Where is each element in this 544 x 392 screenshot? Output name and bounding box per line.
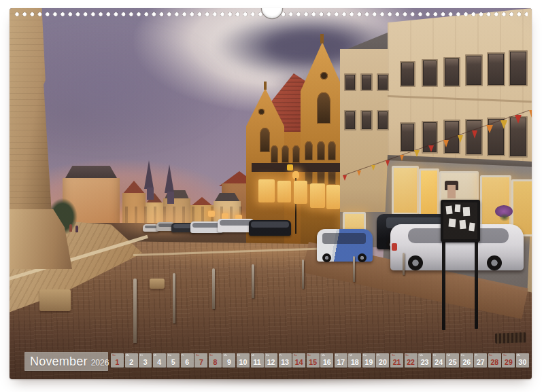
- day-cell: Mo9: [222, 353, 235, 368]
- pennant-flag: [515, 115, 522, 124]
- weekday-label: Di: [335, 354, 338, 357]
- day-cell: Fr27: [474, 353, 487, 368]
- year-label: 2026: [91, 356, 109, 368]
- day-number: 3: [139, 358, 152, 366]
- pennant-flag: [500, 120, 507, 129]
- bollard: [133, 279, 137, 343]
- weekday-label: Di: [237, 354, 240, 357]
- weekday-label: So: [503, 354, 507, 357]
- month-box: November 2026: [24, 352, 108, 371]
- weekday-label: Do: [266, 354, 269, 357]
- bollard: [212, 268, 215, 309]
- weekday-label: Fr: [182, 354, 184, 357]
- weekday-label: Fr: [377, 354, 380, 357]
- day-number: 17: [335, 358, 347, 366]
- bollard-row: [10, 8, 532, 379]
- day-cell: Sa21: [390, 353, 403, 368]
- day-number: 15: [307, 358, 320, 366]
- day-number: 11: [251, 358, 264, 366]
- pennant-flag: [386, 160, 390, 166]
- day-cell: Mo16: [320, 353, 333, 368]
- weekday-label: Mi: [350, 354, 352, 357]
- day-cell: Di3: [139, 353, 152, 368]
- day-cell: So29: [502, 353, 515, 368]
- day-cell: Fr6: [181, 353, 194, 368]
- weekday-label: Sa: [392, 354, 395, 357]
- day-cell: Mo23: [418, 353, 431, 368]
- pennant-flag: [443, 140, 449, 147]
- weekday-label: Sa: [294, 354, 297, 357]
- day-number: 18: [348, 358, 361, 366]
- day-number: 1: [111, 358, 124, 366]
- day-number: 26: [460, 358, 473, 366]
- day-cell: Fr13: [279, 353, 292, 368]
- pennant-flag: [400, 155, 404, 161]
- day-number: 30: [516, 358, 529, 366]
- day-number: 10: [237, 358, 250, 366]
- day-cell: Sa7: [194, 353, 207, 368]
- day-cell: Sa28: [488, 353, 501, 368]
- street-photo: [10, 8, 532, 379]
- weekday-label: So: [112, 354, 116, 357]
- pennant-flag: [371, 165, 375, 171]
- weekday-label: Mo: [420, 354, 423, 357]
- weekday-label: Di: [140, 354, 143, 357]
- weekday-label: Di: [433, 354, 436, 357]
- day-cell: Do19: [362, 353, 375, 368]
- day-cell: Fr20: [376, 353, 389, 368]
- weekday-label: So: [307, 354, 311, 357]
- pinned-note: [463, 207, 471, 217]
- day-cell: Di10: [237, 353, 250, 368]
- day-cell: Do12: [265, 353, 277, 368]
- day-cell: Mo2: [125, 353, 138, 368]
- day-number: 20: [376, 358, 389, 366]
- day-cell: Mi18: [348, 353, 361, 368]
- day-cell: Mi4: [153, 353, 166, 368]
- day-number: 16: [320, 358, 333, 366]
- wall-calendar-product-photo: November 2026 So1Mo2Di3Mi4Do5Fr6Sa7So8Mo…: [0, 0, 544, 392]
- notice-board: [441, 200, 480, 242]
- weekday-label: Mo: [224, 354, 227, 357]
- day-cell: Di24: [432, 353, 445, 368]
- day-number: 27: [474, 358, 487, 366]
- day-number: 28: [488, 358, 501, 366]
- weekday-label: Fr: [279, 354, 282, 357]
- weekday-label: Do: [363, 354, 367, 357]
- day-number: 6: [181, 358, 194, 366]
- day-number: 21: [390, 358, 403, 366]
- pinned-note: [448, 219, 456, 228]
- weekday-label: Mo: [322, 354, 325, 357]
- day-cell: Mi25: [446, 353, 459, 368]
- day-cell: Di17: [335, 353, 347, 368]
- day-number: 24: [432, 358, 445, 366]
- weekday-label: So: [405, 354, 409, 357]
- day-number: 22: [405, 358, 418, 366]
- day-row: So1Mo2Di3Mi4Do5Fr6Sa7So8Mo9Di10Mi11Do12F…: [111, 353, 530, 368]
- pennant-flag: [486, 125, 493, 133]
- day-number: 14: [292, 358, 305, 366]
- weekday-label: Do: [168, 354, 171, 357]
- month-label: November: [30, 355, 88, 369]
- bollard: [302, 260, 304, 289]
- pinned-note: [469, 223, 475, 232]
- bollard: [173, 273, 175, 323]
- pinned-note: [459, 220, 466, 230]
- weekday-label: Fr: [475, 354, 478, 357]
- day-cell: So22: [405, 353, 418, 368]
- weekday-label: Mi: [154, 354, 156, 357]
- pennant-flag: [414, 150, 420, 157]
- bollard: [353, 256, 355, 282]
- weekday-label: Mi: [252, 354, 254, 357]
- pinned-note: [445, 206, 452, 215]
- bollard: [252, 264, 254, 298]
- weekday-label: Do: [461, 354, 464, 357]
- day-cell: Do26: [460, 353, 473, 368]
- weekday-label: Mo: [517, 354, 520, 357]
- day-number: 9: [222, 358, 235, 366]
- day-cell: Mi11: [251, 353, 264, 368]
- day-cell: So8: [209, 353, 222, 368]
- bollard: [403, 253, 405, 275]
- day-cell: Sa14: [292, 353, 305, 368]
- day-number: 19: [362, 358, 375, 366]
- day-number: 12: [265, 358, 277, 366]
